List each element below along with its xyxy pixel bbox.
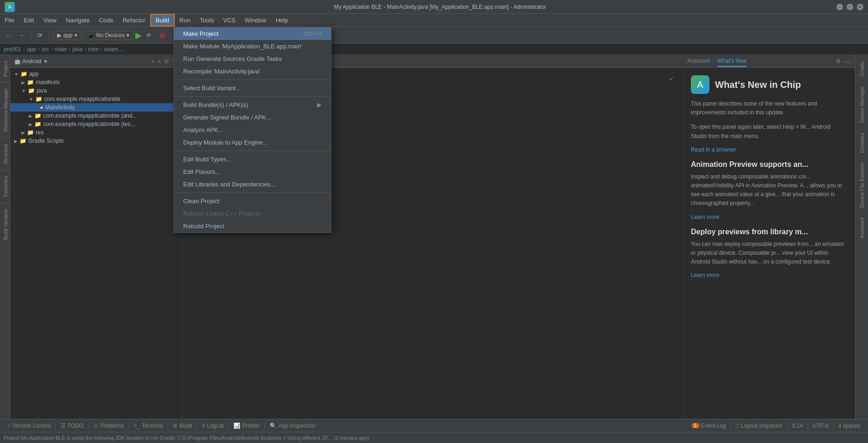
menu-item-edit[interactable]: Edit: [19, 14, 39, 26]
maximize-button[interactable]: □: [847, 4, 853, 10]
menu-rebuild[interactable]: Rebuild Project: [174, 220, 331, 232]
menu-select-variant[interactable]: Select Build Variant...: [174, 82, 331, 94]
logcat-btn[interactable]: ≡ Logcat: [198, 419, 227, 432]
favorites-tab[interactable]: Favorites: [0, 170, 10, 202]
layout-inspector-btn[interactable]: □ Layout Inspector: [732, 423, 786, 429]
toolbar-sep-2: [49, 31, 49, 40]
tree-app-root[interactable]: ▼ 📁 app: [10, 70, 182, 78]
android-logo: A: [691, 75, 709, 94]
device-manager-vert-tab[interactable]: Device Manager: [857, 81, 867, 128]
info-text: Project My Application BLE is using the …: [4, 435, 369, 441]
breadcrumb-item-6[interactable]: exam...: [104, 46, 122, 53]
event-log-label: Event Log: [701, 423, 726, 429]
menu-item-vcs[interactable]: VCS: [219, 14, 240, 26]
forward-button[interactable]: →: [16, 31, 27, 40]
menu-gen-signed[interactable]: Generate Signed Bundle / APK...: [174, 111, 331, 124]
new-file-btn[interactable]: +: [150, 57, 155, 65]
sync-button[interactable]: ⟳: [35, 31, 45, 40]
section1-title: Animation Preview supports an...: [691, 160, 848, 169]
java-label: java: [37, 87, 47, 94]
menu-item-code[interactable]: Code: [94, 14, 118, 26]
right-settings-btn[interactable]: ⚙: [835, 57, 841, 65]
breadcrumb-item-0[interactable]: pro001: [4, 46, 21, 53]
build-variants-tab[interactable]: Build Variants: [0, 203, 10, 245]
title-bar: A My Application BLE - MainActivity.java…: [0, 0, 868, 14]
refresh-button[interactable]: ⟳: [144, 31, 154, 40]
menu-edit-build-types[interactable]: Edit Build Types...: [174, 153, 331, 165]
filter-btn[interactable]: ⊟: [164, 57, 170, 65]
menu-recompile[interactable]: Recompile 'MainActivity.java': [174, 65, 331, 78]
version-control-btn[interactable]: ⑂ Version Control: [4, 419, 54, 432]
tree-gradle[interactable]: ▶ 📁 Gradle Scripts: [10, 137, 182, 145]
menu-item-view[interactable]: View: [39, 14, 61, 26]
build-btn[interactable]: ⚙ Build: [169, 419, 196, 432]
close-button[interactable]: ✕: [857, 4, 863, 10]
breadcrumb-item-3[interactable]: main: [54, 46, 66, 53]
assistant-vert-tab[interactable]: Assistant: [857, 213, 867, 243]
minimize-button[interactable]: —: [836, 4, 843, 10]
and-label: com.example.myapplicationble (and...: [43, 112, 137, 119]
problems-btn[interactable]: ⚠ Problems: [90, 419, 128, 432]
menu-item-window[interactable]: Window: [240, 14, 271, 26]
menu-build-bundle[interactable]: Build Bundle(s) / APK(s) ▶: [174, 99, 331, 111]
resource-manager-tab[interactable]: Resource Manager: [0, 82, 10, 138]
header-chevron[interactable]: ▾: [44, 58, 47, 65]
menu-make-project[interactable]: Make Project Ctrl+F9: [174, 27, 331, 40]
gradle-vert-tab[interactable]: Gradle: [857, 57, 867, 81]
indent-display[interactable]: 4 spaces: [835, 423, 864, 429]
menu-clean[interactable]: Clean Project: [174, 195, 331, 207]
run-config-dropdown[interactable]: ▶ app ▾: [53, 31, 81, 40]
back-button[interactable]: ←: [3, 31, 14, 40]
todo-btn[interactable]: ☰ TODO: [57, 419, 87, 432]
menu-make-module[interactable]: Make Module 'MyApplication_BLE.app.main': [174, 40, 331, 53]
device-selector-dropdown[interactable]: 📱 No Devices ▾: [83, 31, 133, 40]
device-file-explorer-vert-tab[interactable]: Device File Explorer: [857, 158, 867, 212]
learn-more-2-link[interactable]: Learn more: [691, 272, 848, 278]
toolbar: ← → ⟳ ▶ app ▾ 📱 No Devices ▾ ▶ ⟳ 🐞 📎 📊 ⚡…: [0, 27, 868, 44]
debug-button[interactable]: 🐞: [156, 31, 168, 40]
tree-com-example-and[interactable]: ▶ 📁 com.example.myapplicationble (and...: [10, 112, 182, 120]
app-inspection-btn[interactable]: 🔍 App Inspection: [266, 419, 319, 432]
tree-com-example[interactable]: ▼ 📁 com.example.myapplicationble: [10, 95, 182, 103]
menu-item-run[interactable]: Run: [175, 14, 195, 26]
menu-item-navigate[interactable]: Navigate: [61, 14, 94, 26]
breadcrumb-item-1[interactable]: app: [27, 46, 36, 53]
tree-manifests[interactable]: ▶ 📁 manifests: [10, 78, 182, 86]
whats-new-tab[interactable]: What's New: [717, 56, 747, 67]
assistant-tab[interactable]: Assistant: [687, 56, 710, 67]
menu-item-refactor[interactable]: Refactor: [118, 14, 150, 26]
tree-java[interactable]: ▼ 📁 java: [10, 86, 182, 95]
emulator-vert-tab[interactable]: Emulator: [857, 128, 867, 158]
tree-res[interactable]: ▶ 📁 res: [10, 128, 182, 137]
res-toggle: ▶: [21, 130, 25, 135]
menu-run-gradle[interactable]: Run Generate Sources Gradle Tasks: [174, 53, 331, 65]
menu-item-file[interactable]: File: [0, 14, 19, 26]
breadcrumb-item-5[interactable]: com: [88, 46, 99, 53]
tree-mainactivity[interactable]: ● MainActivity: [10, 103, 182, 112]
menu-item-help[interactable]: Help: [271, 14, 293, 26]
menu-item-tools[interactable]: Tools: [195, 14, 219, 26]
breadcrumb-item-4[interactable]: java: [72, 46, 82, 53]
menu-edit-flavors[interactable]: Edit Flavors...: [174, 165, 331, 178]
test-label: com.example.myapplicationble (tes...: [43, 121, 135, 127]
menu-deploy-engine[interactable]: Deploy Module to App Engine...: [174, 136, 331, 149]
app-folder-icon: 📁: [20, 71, 27, 77]
menu-analyze-apk[interactable]: Analyze APK...: [174, 124, 331, 136]
problems-icon: ⚠: [93, 423, 99, 429]
learn-more-1-link[interactable]: Learn more: [691, 214, 848, 220]
menu-edit-libs[interactable]: Edit Libraries and Dependencies...: [174, 178, 331, 191]
breadcrumb-item-2[interactable]: src: [41, 46, 49, 53]
terminal-btn[interactable]: >_ Terminal: [130, 419, 166, 432]
tree-com-example-test[interactable]: ▶ 📁 com.example.myapplicationble (tes...: [10, 120, 182, 128]
read-in-browser-link[interactable]: Read in a browser: [691, 146, 848, 153]
menu-item-build[interactable]: Build: [150, 14, 175, 26]
event-log-btn[interactable]: 1 Event Log: [688, 423, 730, 429]
sync-project-btn[interactable]: ≡: [157, 57, 162, 65]
structure-tab[interactable]: Structure: [0, 138, 10, 170]
right-minimize-btn[interactable]: —: [844, 57, 851, 65]
encoding-display[interactable]: UTF-8: [809, 423, 832, 429]
run-gradle-label: Run Generate Sources Gradle Tasks: [183, 55, 282, 62]
run-button[interactable]: ▶: [135, 30, 142, 40]
project-panel-tab[interactable]: Project: [0, 55, 10, 82]
profiler-btn[interactable]: 📊 Profiler: [230, 419, 264, 432]
